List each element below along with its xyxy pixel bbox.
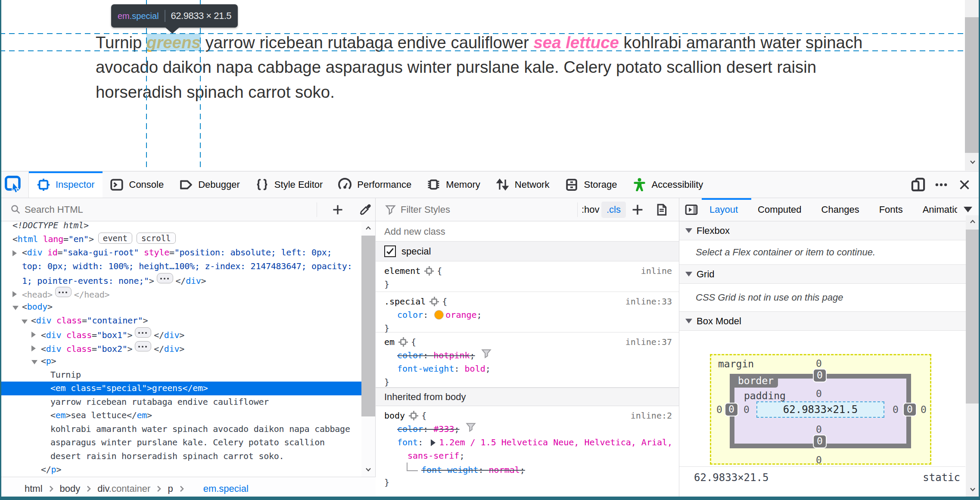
filter-styles-input[interactable]: Filter Styles bbox=[401, 204, 450, 215]
tab-accessibility[interactable]: Accessibility bbox=[625, 171, 711, 198]
markup-row[interactable]: <head></head> bbox=[0, 287, 361, 301]
tab-inspector[interactable]: Inspector bbox=[29, 171, 103, 198]
markup-scrollbar[interactable] bbox=[361, 222, 375, 477]
layout-scrollbar-up-button[interactable] bbox=[966, 215, 980, 228]
tab-styleeditor[interactable]: Style Editor bbox=[248, 171, 331, 198]
markup-row[interactable]: <div id="saka-gui-root" style="position:… bbox=[0, 246, 361, 260]
breadcrumb-item-div[interactable]: div.container bbox=[97, 483, 150, 494]
create-node-button[interactable] bbox=[329, 201, 346, 218]
layout-scrollbar-thumb[interactable] bbox=[966, 230, 980, 404]
box-model-content-box[interactable]: 62.9833×21.5 bbox=[756, 401, 884, 418]
tab-storage[interactable]: Storage bbox=[557, 171, 625, 198]
markup-row-selected[interactable]: <em class="special">greens</em> bbox=[0, 382, 361, 395]
tab-performance[interactable]: Performance bbox=[330, 171, 419, 198]
tab-debugger[interactable]: Debugger bbox=[171, 171, 248, 198]
overridden-filter-icon[interactable] bbox=[466, 422, 476, 432]
box-model-border-top[interactable]: 0 bbox=[813, 369, 827, 382]
box-model-padding-left[interactable]: 0 bbox=[744, 404, 750, 415]
box-model-border-bottom[interactable]: 0 bbox=[813, 435, 827, 448]
search-html-input[interactable]: Search HTML bbox=[25, 204, 83, 215]
node-badge-event[interactable]: event bbox=[98, 233, 132, 244]
selector-highlighter-icon[interactable] bbox=[409, 411, 418, 420]
markup-row[interactable]: <p> bbox=[0, 354, 361, 368]
box-model-padding-bottom[interactable]: 0 bbox=[816, 424, 822, 435]
node-picker-button[interactable] bbox=[0, 171, 29, 198]
markup-row[interactable]: <em>sea lettuce</em> bbox=[0, 409, 361, 422]
box-model-border-right[interactable]: 0 bbox=[903, 403, 917, 416]
markup-row[interactable]: <div class="box2"></div> bbox=[0, 341, 361, 355]
twisty-expanded-icon[interactable] bbox=[22, 320, 28, 324]
markup-row[interactable]: </p> bbox=[0, 463, 361, 477]
twisty-collapsed-icon[interactable] bbox=[12, 291, 17, 297]
menu-button[interactable] bbox=[933, 176, 950, 193]
selector-highlighter-icon[interactable] bbox=[399, 338, 408, 346]
tab-network[interactable]: Network bbox=[488, 171, 557, 198]
section-header-grid[interactable]: Grid bbox=[679, 265, 980, 284]
twisty-collapsed-icon[interactable] bbox=[12, 250, 17, 256]
tab-changes[interactable]: Changes bbox=[821, 204, 859, 215]
box-model-padding-top[interactable]: 0 bbox=[816, 388, 822, 399]
box-model-border-left[interactable]: 0 bbox=[725, 403, 738, 416]
markup-row[interactable]: <div class="container"> bbox=[0, 314, 361, 328]
tab-layout[interactable]: Layout bbox=[709, 204, 738, 215]
markup-scrollbar-down-button[interactable] bbox=[361, 463, 375, 476]
tab-animations[interactable]: Animations bbox=[923, 204, 957, 215]
page-scrollbar-thumb[interactable] bbox=[965, 17, 980, 153]
print-simulation-button[interactable] bbox=[653, 201, 670, 218]
markup-row[interactable]: <body> bbox=[0, 300, 361, 314]
node-badge-scroll[interactable]: scroll bbox=[137, 233, 176, 244]
rule-source-link[interactable]: inline:37 bbox=[625, 335, 672, 349]
breadcrumb-item-body[interactable]: body bbox=[60, 483, 81, 494]
markup-row[interactable]: kohlrabi amaranth water spinach avocado … bbox=[0, 422, 361, 436]
ellipsis-expander[interactable] bbox=[135, 327, 151, 338]
class-checkbox[interactable] bbox=[384, 245, 396, 257]
markup-row[interactable]: <html lang="en">eventscroll bbox=[0, 233, 361, 246]
markup-row[interactable]: <!DOCTYPE html> bbox=[0, 219, 361, 233]
all-tabs-dropdown[interactable] bbox=[964, 207, 972, 212]
add-rule-button[interactable] bbox=[629, 201, 646, 218]
selector-highlighter-icon[interactable] bbox=[425, 267, 433, 275]
color-swatch-orange[interactable] bbox=[434, 310, 444, 320]
class-toggle[interactable]: .cls bbox=[601, 202, 626, 218]
tab-memory[interactable]: Memory bbox=[419, 171, 488, 198]
selector-highlighter-icon[interactable] bbox=[430, 297, 439, 306]
markup-scrollbar-up-button[interactable] bbox=[361, 222, 375, 235]
box-model-margin-left[interactable]: 0 bbox=[716, 404, 722, 415]
markup-row[interactable]: top: 0px; width: 100%; height…100%; z-in… bbox=[0, 260, 361, 273]
layout-scrollbar[interactable] bbox=[966, 215, 980, 497]
ellipsis-expander[interactable] bbox=[55, 287, 72, 297]
pseudo-class-toggle[interactable]: :hov bbox=[582, 204, 600, 215]
breadcrumb-item-html[interactable]: html bbox=[25, 483, 43, 494]
twisty-collapsed-icon[interactable] bbox=[31, 332, 36, 338]
add-class-input[interactable]: Add new class bbox=[384, 226, 445, 237]
shorthand-expander-icon[interactable] bbox=[431, 439, 436, 446]
markup-row[interactable]: asparagus winter purslane kale. Celery p… bbox=[0, 436, 361, 450]
twisty-expanded-icon[interactable] bbox=[12, 306, 19, 310]
box-model-margin-top[interactable]: 0 bbox=[816, 358, 822, 369]
rule-source-link[interactable]: inline bbox=[641, 264, 672, 278]
markup-scrollbar-thumb[interactable] bbox=[361, 236, 375, 416]
overridden-filter-icon[interactable] bbox=[481, 349, 492, 358]
responsive-design-mode-button[interactable] bbox=[909, 176, 927, 193]
markup-row[interactable]: <div class="box1"></div> bbox=[0, 327, 361, 341]
markup-row[interactable]: desert raisin horseradish spinach carrot… bbox=[0, 450, 361, 463]
tab-console[interactable]: Console bbox=[103, 171, 172, 198]
section-header-box-model[interactable]: Box Model bbox=[679, 312, 980, 331]
markup-row[interactable]: 1; pointer-events: none;"></div> bbox=[0, 273, 361, 287]
page-scrollbar[interactable] bbox=[965, 0, 980, 171]
layout-scrollbar-down-button[interactable] bbox=[966, 483, 980, 496]
rule-source-link[interactable]: inline:33 bbox=[625, 295, 672, 308]
markup-row[interactable]: yarrow ricebean rutabaga endive cauliflo… bbox=[0, 395, 361, 409]
section-header-flexbox[interactable]: Flexbox bbox=[679, 221, 980, 240]
box-model-margin-bottom[interactable]: 0 bbox=[816, 454, 822, 466]
box-model-padding-right[interactable]: 0 bbox=[893, 404, 899, 415]
breadcrumb-item-p[interactable]: p bbox=[168, 483, 173, 494]
eyedropper-button[interactable] bbox=[357, 201, 374, 218]
tab-fonts[interactable]: Fonts bbox=[879, 204, 903, 215]
tab-computed[interactable]: Computed bbox=[758, 204, 802, 215]
add-class-row[interactable]: Add new class bbox=[376, 222, 679, 242]
breadcrumb-item-em-special[interactable]: em.special bbox=[203, 483, 249, 494]
ellipsis-expander[interactable] bbox=[157, 273, 173, 283]
rule-source-link[interactable]: inline:2 bbox=[631, 409, 672, 422]
close-button[interactable] bbox=[956, 176, 973, 193]
